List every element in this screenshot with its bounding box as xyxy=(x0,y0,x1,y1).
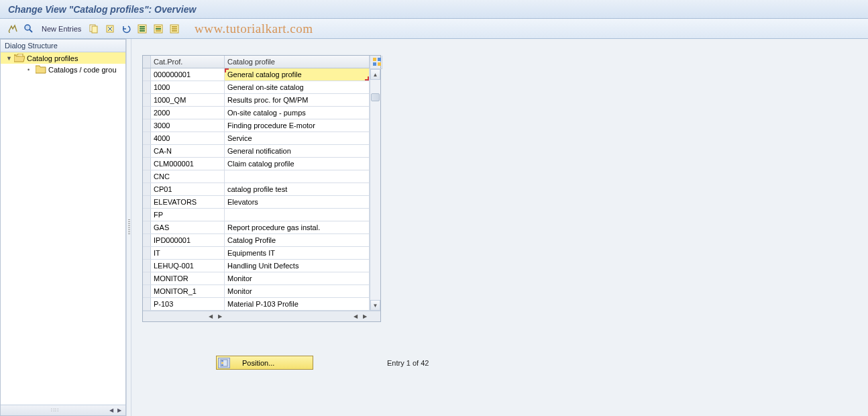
cell-catprof[interactable]: 1000 xyxy=(151,81,225,93)
cell-catalog-profile[interactable]: Finding procedure E-motor xyxy=(225,119,370,132)
tree-item-catalogs-code-groups[interactable]: • Catalogs / code grou xyxy=(1,64,125,75)
cell-catprof[interactable]: P-103 xyxy=(151,298,225,310)
cell-catprof[interactable]: FP xyxy=(151,209,225,221)
table-row[interactable]: FP xyxy=(143,209,370,221)
row-selector[interactable] xyxy=(143,81,151,93)
row-selector[interactable] xyxy=(143,285,151,297)
cell-catprof[interactable]: CNC xyxy=(151,170,225,183)
cell-catprof[interactable]: CA-N xyxy=(151,145,225,157)
row-selector[interactable] xyxy=(143,183,151,195)
cell-catalog-profile[interactable]: Results proc. for QM/PM xyxy=(225,94,370,106)
splitter[interactable] xyxy=(126,39,131,416)
copy-icon[interactable] xyxy=(88,23,100,35)
cell-catprof[interactable]: IT xyxy=(151,247,225,259)
cell-catprof[interactable]: 2000 xyxy=(151,107,225,119)
cell-catprof[interactable]: ELEVATORS xyxy=(151,196,225,208)
cell-catalog-profile[interactable]: catalog profile test xyxy=(225,183,370,195)
find-icon[interactable] xyxy=(23,23,35,35)
cell-catalog-profile[interactable]: General notification xyxy=(225,145,370,157)
table-row[interactable]: 3000Finding procedure E-motor xyxy=(143,119,370,132)
delete-icon[interactable] xyxy=(104,23,116,35)
table-row[interactable]: MONITOR_1Monitor xyxy=(143,285,370,298)
row-selector[interactable] xyxy=(143,132,151,144)
select-all-icon[interactable] xyxy=(136,23,148,35)
cell-catprof[interactable]: 3000 xyxy=(151,119,225,132)
cell-catalog-profile[interactable]: On-site catalog - pumps xyxy=(225,107,370,119)
row-selector[interactable] xyxy=(143,247,151,259)
table-row[interactable]: ITEquipments IT xyxy=(143,247,370,260)
cell-catprof[interactable]: LEHUQ-001 xyxy=(151,260,225,272)
table-row[interactable]: IPD000001Catalog Profile xyxy=(143,234,370,247)
cell-catalog-profile[interactable] xyxy=(225,170,370,183)
sidebar-scroll-left-icon[interactable]: ◀ xyxy=(108,407,115,414)
table-row[interactable]: P-103Material P-103 Profile xyxy=(143,298,370,311)
cell-catalog-profile[interactable]: General on-site catalog xyxy=(225,81,370,93)
table-row[interactable]: 1000General on-site catalog xyxy=(143,81,370,94)
cell-catprof[interactable]: CLM000001 xyxy=(151,158,225,170)
table-header-selector[interactable] xyxy=(143,56,151,68)
cell-catalog-profile[interactable]: Material P-103 Profile xyxy=(225,298,370,310)
row-selector[interactable] xyxy=(143,260,151,272)
cell-catalog-profile[interactable]: Handling Unit Defects xyxy=(225,260,370,272)
row-selector[interactable] xyxy=(143,170,151,183)
row-selector[interactable] xyxy=(143,119,151,132)
tree-item-catalog-profiles[interactable]: ▼ Catalog profiles xyxy=(1,52,125,64)
table-row[interactable]: LEHUQ-001Handling Unit Defects xyxy=(143,260,370,272)
cell-catprof[interactable]: 4000 xyxy=(151,132,225,144)
scroll-thumb[interactable] xyxy=(371,93,380,101)
table-row[interactable]: GASReport procedure gas instal. xyxy=(143,221,370,234)
undo-icon[interactable] xyxy=(120,23,132,35)
row-selector[interactable] xyxy=(143,158,151,170)
table-row[interactable]: ELEVATORSElevators xyxy=(143,196,370,209)
table-row[interactable]: CNC xyxy=(143,170,370,183)
cell-catalog-profile[interactable]: Equipments IT xyxy=(225,247,370,259)
row-selector[interactable] xyxy=(143,68,151,81)
cell-catprof[interactable]: GAS xyxy=(151,221,225,233)
table-row[interactable]: MONITORMonitor xyxy=(143,272,370,285)
cell-catalog-profile[interactable]: General catalog profile xyxy=(225,68,370,81)
cell-catalog-profile[interactable]: Report procedure gas instal. xyxy=(225,221,370,233)
table-row[interactable]: CLM000001Claim catalog profile xyxy=(143,158,370,170)
cell-catalog-profile[interactable]: Claim catalog profile xyxy=(225,158,370,170)
select-block-icon[interactable] xyxy=(152,23,164,35)
row-selector[interactable] xyxy=(143,234,151,246)
row-selector[interactable] xyxy=(143,272,151,284)
deselect-all-icon[interactable] xyxy=(168,23,180,35)
row-selector[interactable] xyxy=(143,196,151,208)
hscroll-col2-left-icon[interactable]: ◀ xyxy=(351,312,360,321)
cell-catalog-profile[interactable]: Elevators xyxy=(225,196,370,208)
position-button[interactable]: Position... xyxy=(216,356,313,370)
table-header-catprof[interactable]: Cat.Prof. xyxy=(151,56,225,68)
cell-catalog-profile[interactable]: Catalog Profile xyxy=(225,234,370,246)
table-row[interactable]: 000000001General catalog profile xyxy=(143,68,370,81)
hscroll-col2-right-icon[interactable]: ▶ xyxy=(360,312,370,321)
cell-catalog-profile[interactable]: Monitor xyxy=(225,272,370,284)
new-entries-button[interactable]: New Entries xyxy=(39,25,84,33)
cell-catprof[interactable]: CP01 xyxy=(151,183,225,195)
row-selector[interactable] xyxy=(143,145,151,157)
table-row[interactable]: 1000_QMResults proc. for QM/PM xyxy=(143,94,370,107)
row-selector[interactable] xyxy=(143,94,151,106)
table-row[interactable]: CP01catalog profile test xyxy=(143,183,370,196)
hscroll-col1-right-icon[interactable]: ▶ xyxy=(215,312,225,321)
cell-catprof[interactable]: IPD000001 xyxy=(151,234,225,246)
cell-catalog-profile[interactable]: Service xyxy=(225,132,370,144)
table-row[interactable]: 4000Service xyxy=(143,132,370,145)
cell-catprof[interactable]: MONITOR xyxy=(151,272,225,284)
scroll-down-icon[interactable]: ▼ xyxy=(370,300,380,311)
cell-catalog-profile[interactable]: Monitor xyxy=(225,285,370,297)
cell-catalog-profile[interactable] xyxy=(225,209,370,221)
sidebar-grip-icon[interactable]: ∷∷ xyxy=(3,407,107,413)
table-config-icon[interactable] xyxy=(370,56,382,69)
row-selector[interactable] xyxy=(143,107,151,119)
toggle-display-icon[interactable] xyxy=(7,23,19,35)
row-selector[interactable] xyxy=(143,298,151,310)
sidebar-scroll-right-icon[interactable]: ▶ xyxy=(116,407,123,414)
scroll-up-icon[interactable]: ▲ xyxy=(370,69,380,80)
scroll-track[interactable] xyxy=(370,80,380,300)
row-selector[interactable] xyxy=(143,221,151,233)
table-header-catalog-profile[interactable]: Catalog profile xyxy=(225,56,370,68)
row-selector[interactable] xyxy=(143,209,151,221)
cell-catprof[interactable]: MONITOR_1 xyxy=(151,285,225,297)
hscroll-col1-left-icon[interactable]: ◀ xyxy=(206,312,215,321)
